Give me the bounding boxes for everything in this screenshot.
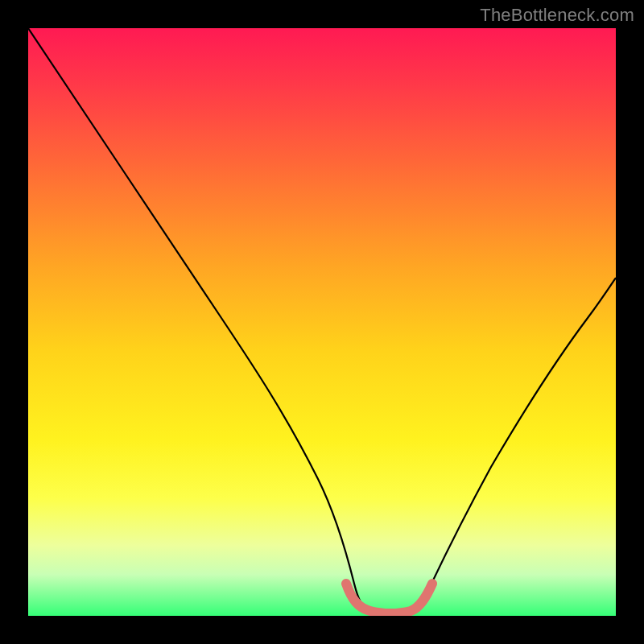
bottleneck-curve-path (28, 28, 616, 613)
chart-svg (28, 28, 616, 616)
plot-area (28, 28, 616, 616)
optimal-band-path (346, 584, 432, 613)
watermark-text: TheBottleneck.com (480, 5, 634, 26)
chart-frame: TheBottleneck.com (0, 0, 644, 644)
